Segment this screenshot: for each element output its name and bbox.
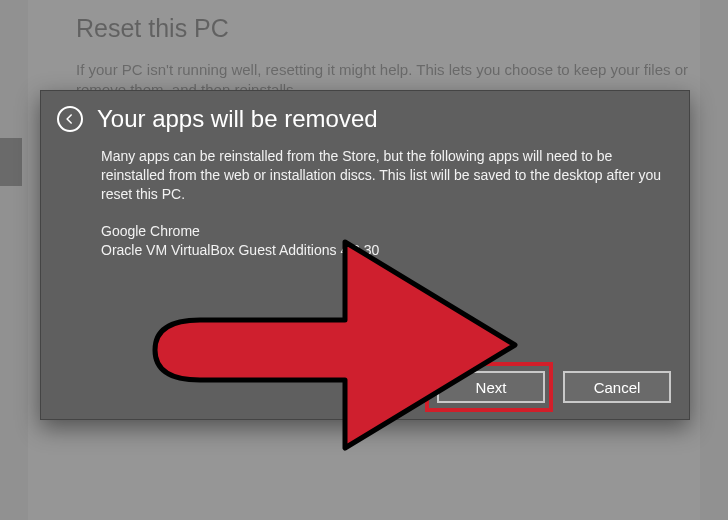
cancel-button[interactable]: Cancel: [563, 371, 671, 403]
app-list-item: Google Chrome: [101, 222, 661, 241]
dialog-title: Your apps will be removed: [97, 105, 378, 133]
next-button[interactable]: Next: [437, 371, 545, 403]
dialog-description: Many apps can be reinstalled from the St…: [101, 147, 661, 204]
sidebar-selection-indicator: [0, 138, 22, 186]
reset-apps-dialog: Your apps will be removed Many apps can …: [40, 90, 690, 420]
app-list: Google Chrome Oracle VM VirtualBox Guest…: [101, 222, 661, 260]
dialog-button-row: Next Cancel: [437, 371, 671, 403]
arrow-left-icon: [63, 112, 77, 126]
back-button[interactable]: [57, 106, 83, 132]
dialog-body: Many apps can be reinstalled from the St…: [101, 147, 661, 259]
app-list-item: Oracle VM VirtualBox Guest Additions 4.3…: [101, 241, 661, 260]
